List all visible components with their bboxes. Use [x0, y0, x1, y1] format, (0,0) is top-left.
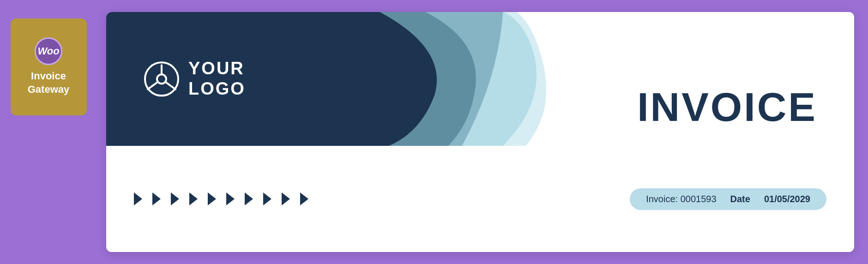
invoice-number: Invoice: 0001593: [646, 194, 716, 204]
arrow-icon-10: [300, 192, 308, 205]
svg-line-3: [148, 82, 158, 89]
invoice-title-area: INVOICE: [637, 87, 817, 127]
sidebar-app-name: Invoice Gateway: [28, 70, 70, 96]
sidebar: Woo Invoice Gateway: [0, 0, 97, 264]
logo-line2: LOGO: [188, 79, 246, 98]
arrow-icon-6: [226, 192, 235, 205]
arrow-icon-1: [134, 192, 142, 205]
logo-text: YOUR LOGO: [188, 59, 246, 99]
svg-line-4: [165, 82, 175, 89]
invoice-date-label: Date: [730, 194, 750, 204]
invoice-header: YOUR LOGO INVOICE: [106, 12, 854, 146]
woo-label: Woo: [37, 45, 59, 57]
arrow-icon-9: [282, 192, 290, 205]
invoice-info-box: Invoice: 0001593 Date 01/05/2029: [630, 188, 826, 210]
arrow-icon-7: [245, 192, 253, 205]
main-content: YOUR LOGO INVOICE: [106, 12, 854, 252]
woo-circle: Woo: [35, 37, 62, 65]
arrow-icon-3: [171, 192, 179, 205]
arrow-icon-4: [189, 192, 198, 205]
arrow-icon-8: [263, 192, 271, 205]
arrow-icon-5: [208, 192, 216, 205]
arrows-row: [134, 192, 308, 205]
invoice-date-value: 01/05/2029: [764, 194, 810, 204]
arrow-icon-2: [152, 192, 161, 205]
steering-wheel-icon: [143, 60, 180, 97]
logo-line1: YOUR: [188, 59, 245, 78]
logo-area: YOUR LOGO: [143, 59, 246, 99]
invoice-footer: Invoice: 0001593 Date 01/05/2029: [106, 146, 854, 252]
invoice-title: INVOICE: [637, 87, 817, 127]
sidebar-logo-box: Woo Invoice Gateway: [11, 18, 87, 115]
